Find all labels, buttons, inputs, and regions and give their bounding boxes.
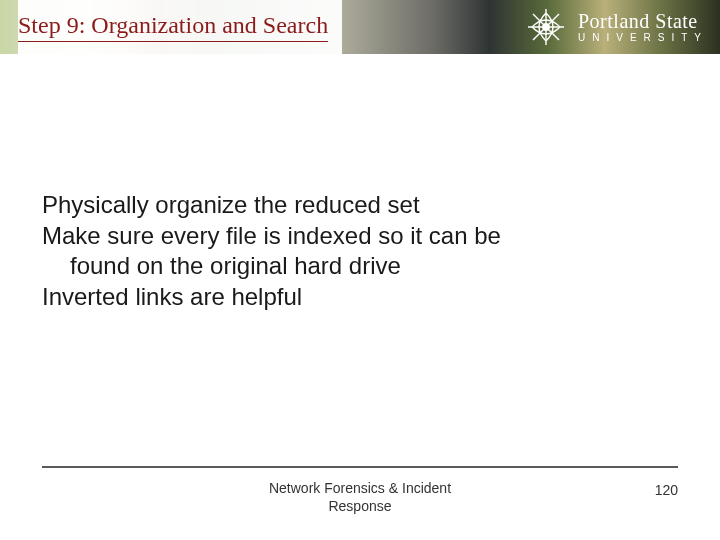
psu-brand: Portland State UNIVERSITY xyxy=(524,5,708,49)
footer-line-2: Response xyxy=(269,498,451,516)
university-name: Portland State xyxy=(578,11,708,31)
svg-point-4 xyxy=(543,24,549,30)
body-text: Physically organize the reduced set Make… xyxy=(42,190,678,313)
title-wrap: Step 9: Organization and Search xyxy=(18,0,342,54)
university-brand: Portland State UNIVERSITY xyxy=(350,0,720,54)
page-number: 120 xyxy=(655,482,678,498)
footer: Network Forensics & Incident Response xyxy=(0,480,720,524)
slide: Portland State UNIVERSITY Step 9: Organi… xyxy=(0,0,720,540)
divider xyxy=(42,466,678,468)
slide-title: Step 9: Organization and Search xyxy=(18,12,328,42)
psu-logo-icon xyxy=(524,5,568,49)
university-subname: UNIVERSITY xyxy=(578,33,708,43)
body-line-3: Inverted links are helpful xyxy=(42,282,678,313)
psu-text: Portland State UNIVERSITY xyxy=(578,11,708,43)
footer-line-1: Network Forensics & Incident xyxy=(269,480,451,498)
footer-center: Network Forensics & Incident Response xyxy=(269,480,451,515)
body-line-1: Physically organize the reduced set xyxy=(42,190,678,221)
body-line-2b: found on the original hard drive xyxy=(42,251,678,282)
body-line-2: Make sure every file is indexed so it ca… xyxy=(42,221,678,252)
